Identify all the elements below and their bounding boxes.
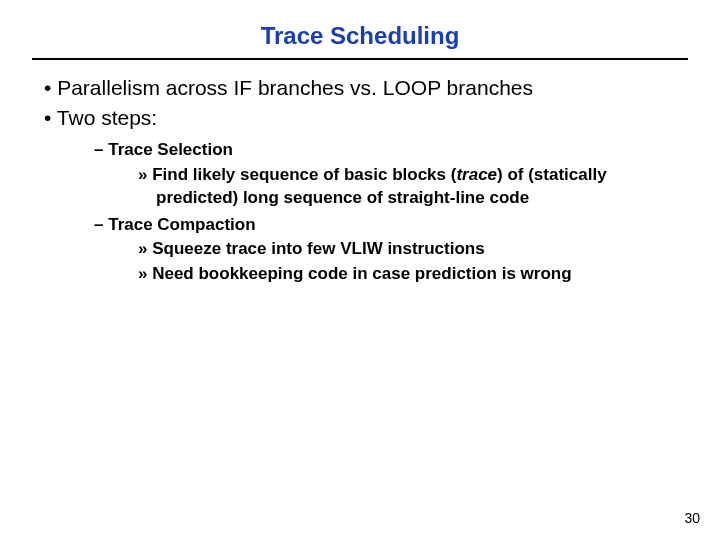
bullet-list-level2: Trace Selection Find likely sequence of … xyxy=(66,139,676,287)
slide: Trace Scheduling Parallelism across IF b… xyxy=(0,0,720,540)
bullet-l1-item: Two steps: Trace Selection Find likely s… xyxy=(44,104,676,286)
bullet-l3-item: Squeeze trace into few VLIW instructions xyxy=(138,238,676,261)
l3-text-em: trace xyxy=(456,165,497,184)
bullet-l1-item: Parallelism across IF branches vs. LOOP … xyxy=(44,74,676,102)
bullet-l2-text: Trace Selection xyxy=(108,140,233,159)
bullet-l3-item: Need bookkeeping code in case prediction… xyxy=(138,263,676,286)
bullet-l2-item: Trace Selection Find likely sequence of … xyxy=(94,139,676,210)
l3-text-pre: Find likely sequence of basic blocks ( xyxy=(152,165,456,184)
title-underline xyxy=(32,58,688,60)
bullet-list-level3: Find likely sequence of basic blocks (tr… xyxy=(112,164,676,210)
bullet-l1-text: Two steps: xyxy=(57,106,157,129)
page-number: 30 xyxy=(684,510,700,526)
bullet-l3-item: Find likely sequence of basic blocks (tr… xyxy=(138,164,676,210)
bullet-list-level3: Squeeze trace into few VLIW instructions… xyxy=(112,238,676,286)
bullet-l2-text: Trace Compaction xyxy=(108,215,255,234)
bullet-list-level1: Parallelism across IF branches vs. LOOP … xyxy=(44,74,676,286)
slide-title: Trace Scheduling xyxy=(0,0,720,58)
bullet-l2-item: Trace Compaction Squeeze trace into few … xyxy=(94,214,676,287)
slide-content: Parallelism across IF branches vs. LOOP … xyxy=(0,74,720,286)
